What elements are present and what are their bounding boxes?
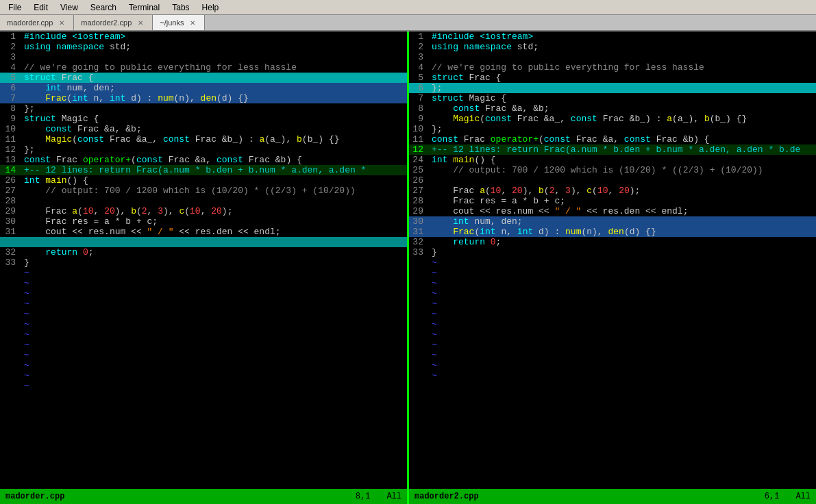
r-line-diff: 12 +-- 12 lines: return Frac(a.num * b.d… bbox=[409, 144, 816, 155]
tilde-2: ~ bbox=[0, 278, 407, 288]
line-5: 5 struct Frac { bbox=[0, 73, 407, 83]
r-line-27: 27 Frac a(10, 20), b(2, 3), c(10, 20); bbox=[409, 186, 816, 196]
r-tilde-7: ~ bbox=[409, 319, 816, 329]
menu-search[interactable]: Search bbox=[85, 1, 122, 14]
code-lines-left: 1 #include <iostream> 2 using namespace … bbox=[0, 32, 407, 391]
r-line-28: 28 Frac res = a * b + c; bbox=[409, 196, 816, 206]
status-pos-left: 8,1 bbox=[356, 492, 371, 501]
r-line-11: 11 const Frac operator+(const Frac &a, c… bbox=[409, 134, 816, 144]
line-28: 28 bbox=[0, 196, 407, 206]
tab-close-3[interactable]: ✕ bbox=[188, 18, 197, 27]
menubar: File Edit View Search Terminal Tabs Help bbox=[0, 0, 816, 15]
tab-junks[interactable]: ~/junks ✕ bbox=[153, 15, 205, 30]
r-line-10: 10 }; bbox=[409, 124, 816, 134]
r-line-struct-close: 6 }; bbox=[409, 83, 816, 93]
tabbar: madorder.cpp ✕ madorder2.cpp ✕ ~/junks ✕ bbox=[0, 15, 816, 32]
r-tilde-1: ~ bbox=[409, 257, 816, 268]
tilde-1: ~ bbox=[0, 268, 407, 278]
line-2: 2 using namespace std; bbox=[0, 42, 407, 52]
line-30: 30 Frac res = a * b + c; bbox=[0, 216, 407, 227]
r-tilde-3: ~ bbox=[409, 278, 816, 288]
r-tilde-10: ~ bbox=[409, 350, 816, 360]
line-4: 4 // we're going to public everything fo… bbox=[0, 62, 407, 73]
code-editor-left[interactable]: 1 #include <iostream> 2 using namespace … bbox=[0, 32, 407, 489]
menu-tabs[interactable]: Tabs bbox=[166, 1, 195, 14]
status-scroll-left: All bbox=[386, 492, 401, 501]
line-11: 11 Magic(const Frac &a_, const Frac &b_)… bbox=[0, 134, 407, 144]
tab-title-1: madorder.cpp bbox=[7, 18, 53, 27]
line-6: 6 int num, den; bbox=[0, 83, 407, 93]
tilde-8: ~ bbox=[0, 340, 407, 350]
r-line-24: 24 int main() { bbox=[409, 155, 816, 165]
r-tilde-2: ~ bbox=[409, 268, 816, 278]
r-line-32: 32 return 0; bbox=[409, 237, 816, 247]
menu-file[interactable]: File bbox=[3, 1, 27, 14]
r-line-8: 8 const Frac &a, &b; bbox=[409, 103, 816, 114]
line-27: 27 // output: 700 / 1200 which is (10/20… bbox=[0, 186, 407, 196]
r-line-9: 9 Magic(const Frac &a_, const Frac &b_) … bbox=[409, 114, 816, 124]
r-line-1: 1 #include <iostream> bbox=[409, 32, 816, 42]
status-pos-right: 6,1 bbox=[765, 492, 780, 501]
line-7: 7 Frac(int n, int d) : num(n), den(d) {} bbox=[0, 93, 407, 103]
line-29: 29 Frac a(10, 20), b(2, 3), c(10, 20); bbox=[0, 206, 407, 216]
tab-title-3: ~/junks bbox=[160, 18, 184, 27]
code-lines-right: 1 #include <iostream> 2 using namespace … bbox=[409, 32, 816, 381]
editor-pane-left[interactable]: 1 #include <iostream> 2 using namespace … bbox=[0, 32, 409, 489]
status-scroll-right: All bbox=[795, 492, 811, 501]
line-8: 8 }; bbox=[0, 103, 407, 114]
r-line-7: 7 struct Magic { bbox=[409, 93, 816, 103]
r-line-29: 29 cout << res.num << " / " << res.den <… bbox=[409, 206, 816, 216]
tilde-4: ~ bbox=[0, 299, 407, 309]
status-filename-right: madorder2.cpp bbox=[415, 492, 479, 501]
tilde-9: ~ bbox=[0, 350, 407, 360]
r-tilde-9: ~ bbox=[409, 340, 816, 350]
r-tilde-4: ~ bbox=[409, 288, 816, 299]
tilde-10: ~ bbox=[0, 360, 407, 370]
status-pane-right: madorder2.cpp 6,1 All bbox=[409, 489, 816, 504]
r-line-3: 3 bbox=[409, 52, 816, 62]
tab-close-1[interactable]: ✕ bbox=[57, 18, 66, 27]
menu-help[interactable]: Help bbox=[197, 1, 225, 14]
tilde-7: ~ bbox=[0, 329, 407, 340]
code-editor-right[interactable]: 1 #include <iostream> 2 using namespace … bbox=[409, 32, 816, 489]
tab-madorder2[interactable]: madorder2.cpp ✕ bbox=[74, 15, 153, 30]
r-line-30: 30 int num, den; bbox=[409, 216, 816, 227]
line-12: 12 }; bbox=[0, 144, 407, 155]
r-tilde-8: ~ bbox=[409, 329, 816, 340]
r-tilde-12: ~ bbox=[409, 370, 816, 381]
line-33: 33 } bbox=[0, 257, 407, 268]
r-tilde-6: ~ bbox=[409, 309, 816, 319]
tab-madorder[interactable]: madorder.cpp ✕ bbox=[0, 15, 74, 30]
line-9: 9 struct Magic { bbox=[0, 114, 407, 124]
menu-terminal[interactable]: Terminal bbox=[123, 1, 165, 14]
line-31: 31 cout << res.num << " / " << res.den <… bbox=[0, 227, 407, 237]
tab-title-2: madorder2.cpp bbox=[81, 18, 132, 27]
tilde-5: ~ bbox=[0, 309, 407, 319]
line-cursor bbox=[0, 237, 407, 247]
r-line-31: 31 Frac(int n, int d) : num(n), den(d) {… bbox=[409, 227, 816, 237]
tilde-11: ~ bbox=[0, 370, 407, 381]
r-tilde-11: ~ bbox=[409, 360, 816, 370]
line-3: 3 bbox=[0, 52, 407, 62]
menu-view[interactable]: View bbox=[55, 1, 84, 14]
statusbar: madorder.cpp 8,1 All madorder2.cpp 6,1 A… bbox=[0, 489, 816, 504]
r-line-5: 5 struct Frac { bbox=[409, 73, 816, 83]
tab-close-2[interactable]: ✕ bbox=[136, 18, 145, 27]
tilde-6: ~ bbox=[0, 319, 407, 329]
line-1: 1 #include <iostream> bbox=[0, 32, 407, 42]
line-14: 14 +-- 12 lines: return Frac(a.num * b.d… bbox=[0, 165, 407, 175]
line-26: 26 int main() { bbox=[0, 175, 407, 186]
r-line-4: 4 // we're going to public everything fo… bbox=[409, 62, 816, 73]
status-pane-left: madorder.cpp 8,1 All bbox=[0, 489, 409, 504]
editor-container: 1 #include <iostream> 2 using namespace … bbox=[0, 32, 816, 489]
r-tilde-5: ~ bbox=[409, 299, 816, 309]
tilde-3: ~ bbox=[0, 288, 407, 299]
menu-edit[interactable]: Edit bbox=[28, 1, 53, 14]
line-32: 32 return 0; bbox=[0, 247, 407, 257]
status-filename-left: madorder.cpp bbox=[5, 492, 64, 501]
editor-pane-right[interactable]: 1 #include <iostream> 2 using namespace … bbox=[409, 32, 816, 489]
r-line-2: 2 using namespace std; bbox=[409, 42, 816, 52]
r-line-25: 25 // output: 700 / 1200 which is (10/20… bbox=[409, 165, 816, 175]
line-10: 10 const Frac &a, &b; bbox=[0, 124, 407, 134]
r-line-26: 26 bbox=[409, 175, 816, 186]
